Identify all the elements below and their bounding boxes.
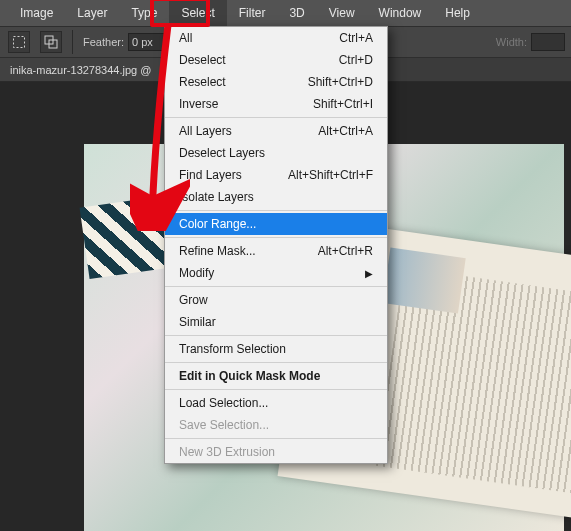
menu-window[interactable]: Window — [367, 0, 434, 26]
menu-item-shortcut: Ctrl+A — [339, 31, 373, 45]
menu-item-modify[interactable]: Modify▶ — [165, 262, 387, 284]
menu-item-shortcut: Shift+Ctrl+I — [313, 97, 373, 111]
menu-item-label: All Layers — [179, 124, 232, 138]
feather-field: Feather: — [83, 33, 168, 51]
menu-item-save-selection: Save Selection... — [165, 414, 387, 436]
newspaper-photo — [383, 248, 466, 314]
menu-item-inverse[interactable]: InverseShift+Ctrl+I — [165, 93, 387, 115]
menu-item-label: Grow — [179, 293, 208, 307]
menu-item-refine-mask[interactable]: Refine Mask...Alt+Ctrl+R — [165, 240, 387, 262]
menu-item-reselect[interactable]: ReselectShift+Ctrl+D — [165, 71, 387, 93]
menu-item-label: Modify — [179, 266, 214, 280]
menu-item-label: Deselect Layers — [179, 146, 265, 160]
menu-item-label: New 3D Extrusion — [179, 445, 275, 459]
select-menu-dropdown: AllCtrl+ADeselectCtrl+DReselectShift+Ctr… — [164, 26, 388, 464]
menu-item-new-3d-extrusion: New 3D Extrusion — [165, 441, 387, 463]
width-field: Width: — [496, 33, 565, 51]
menu-item-label: Deselect — [179, 53, 226, 67]
menu-layer[interactable]: Layer — [65, 0, 119, 26]
menu-item-shortcut: Alt+Shift+Ctrl+F — [288, 168, 373, 182]
menu-view[interactable]: View — [317, 0, 367, 26]
menu-item-color-range[interactable]: Color Range... — [165, 213, 387, 235]
menubar: Image Layer Type Select Filter 3D View W… — [0, 0, 571, 26]
svg-rect-0 — [14, 37, 25, 48]
feather-input[interactable] — [128, 33, 168, 51]
menu-item-all[interactable]: AllCtrl+A — [165, 27, 387, 49]
menu-image[interactable]: Image — [8, 0, 65, 26]
menu-item-label: All — [179, 31, 192, 45]
menu-item-all-layers[interactable]: All LayersAlt+Ctrl+A — [165, 120, 387, 142]
menu-item-label: Load Selection... — [179, 396, 268, 410]
menu-item-load-selection[interactable]: Load Selection... — [165, 392, 387, 414]
menu-item-transform-selection[interactable]: Transform Selection — [165, 338, 387, 360]
menu-help[interactable]: Help — [433, 0, 482, 26]
menu-item-label: Edit in Quick Mask Mode — [179, 369, 320, 383]
menu-select[interactable]: Select — [169, 0, 226, 26]
menu-item-label: Save Selection... — [179, 418, 269, 432]
menu-item-shortcut: Ctrl+D — [339, 53, 373, 67]
menu-item-find-layers[interactable]: Find LayersAlt+Shift+Ctrl+F — [165, 164, 387, 186]
menu-item-edit-in-quick-mask-mode[interactable]: Edit in Quick Mask Mode — [165, 365, 387, 387]
menu-filter[interactable]: Filter — [227, 0, 278, 26]
document-tab[interactable]: inika-mazur-13278344.jpg @ — [0, 58, 161, 81]
menu-item-similar[interactable]: Similar — [165, 311, 387, 333]
width-input[interactable] — [531, 33, 565, 51]
submenu-arrow-icon: ▶ — [365, 268, 373, 279]
menu-3d[interactable]: 3D — [277, 0, 316, 26]
selection-mode-icon[interactable] — [40, 31, 62, 53]
menu-item-label: Find Layers — [179, 168, 242, 182]
menu-item-isolate-layers[interactable]: Isolate Layers — [165, 186, 387, 208]
menu-item-label: Refine Mask... — [179, 244, 256, 258]
menu-item-shortcut: Alt+Ctrl+R — [318, 244, 373, 258]
menu-item-label: Reselect — [179, 75, 226, 89]
menu-item-label: Transform Selection — [179, 342, 286, 356]
menu-item-label: Color Range... — [179, 217, 256, 231]
menu-item-shortcut: Shift+Ctrl+D — [308, 75, 373, 89]
feather-label: Feather: — [83, 36, 124, 48]
menu-item-label: Isolate Layers — [179, 190, 254, 204]
menu-item-shortcut: Alt+Ctrl+A — [318, 124, 373, 138]
menu-item-label: Inverse — [179, 97, 218, 111]
menu-item-deselect-layers[interactable]: Deselect Layers — [165, 142, 387, 164]
menu-item-label: Similar — [179, 315, 216, 329]
width-label: Width: — [496, 36, 527, 48]
separator — [72, 30, 73, 54]
marquee-tool-icon[interactable] — [8, 31, 30, 53]
menu-type[interactable]: Type — [119, 0, 169, 26]
menu-item-grow[interactable]: Grow — [165, 289, 387, 311]
menu-item-deselect[interactable]: DeselectCtrl+D — [165, 49, 387, 71]
